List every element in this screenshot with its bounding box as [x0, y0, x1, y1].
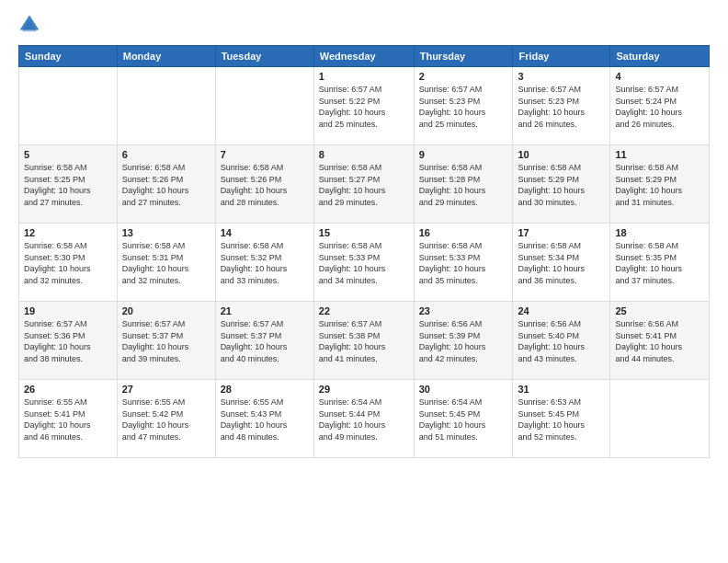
calendar-empty-cell	[19, 67, 118, 145]
calendar-empty-cell	[610, 380, 710, 458]
calendar-day-cell: 6Sunrise: 6:58 AM Sunset: 5:26 PM Daylig…	[117, 145, 215, 224]
day-info: Sunrise: 6:58 AM Sunset: 5:28 PM Dayligh…	[419, 162, 508, 208]
day-number: 12	[24, 227, 112, 238]
day-info: Sunrise: 6:54 AM Sunset: 5:44 PM Dayligh…	[319, 396, 409, 442]
calendar-day-cell: 3Sunrise: 6:57 AM Sunset: 5:23 PM Daylig…	[513, 67, 610, 145]
calendar-empty-cell	[117, 67, 215, 145]
day-number: 26	[24, 384, 112, 395]
day-number: 24	[518, 305, 605, 316]
day-number: 15	[319, 227, 409, 238]
calendar-day-cell: 4Sunrise: 6:57 AM Sunset: 5:24 PM Daylig…	[610, 67, 710, 145]
day-number: 25	[615, 305, 704, 316]
weekday-header-wednesday: Wednesday	[313, 46, 414, 67]
day-number: 19	[24, 305, 112, 316]
day-info: Sunrise: 6:55 AM Sunset: 5:41 PM Dayligh…	[24, 396, 112, 442]
day-info: Sunrise: 6:57 AM Sunset: 5:23 PM Dayligh…	[518, 84, 605, 130]
calendar-day-cell: 7Sunrise: 6:58 AM Sunset: 5:26 PM Daylig…	[215, 145, 313, 224]
day-info: Sunrise: 6:58 AM Sunset: 5:27 PM Dayligh…	[319, 162, 409, 208]
day-number: 21	[221, 305, 309, 316]
day-info: Sunrise: 6:57 AM Sunset: 5:36 PM Dayligh…	[24, 318, 112, 364]
calendar-day-cell: 2Sunrise: 6:57 AM Sunset: 5:23 PM Daylig…	[414, 67, 513, 145]
calendar-day-cell: 25Sunrise: 6:56 AM Sunset: 5:41 PM Dayli…	[610, 302, 710, 380]
calendar-day-cell: 20Sunrise: 6:57 AM Sunset: 5:37 PM Dayli…	[117, 302, 215, 380]
day-number: 23	[419, 305, 508, 316]
calendar-day-cell: 9Sunrise: 6:58 AM Sunset: 5:28 PM Daylig…	[414, 145, 513, 224]
calendar-day-cell: 18Sunrise: 6:58 AM Sunset: 5:35 PM Dayli…	[610, 224, 710, 302]
day-info: Sunrise: 6:55 AM Sunset: 5:43 PM Dayligh…	[221, 396, 309, 442]
day-info: Sunrise: 6:58 AM Sunset: 5:26 PM Dayligh…	[221, 162, 309, 208]
day-number: 16	[419, 227, 508, 238]
calendar-day-cell: 27Sunrise: 6:55 AM Sunset: 5:42 PM Dayli…	[117, 380, 215, 458]
logo-icon	[18, 14, 40, 36]
day-number: 4	[615, 71, 704, 82]
day-info: Sunrise: 6:57 AM Sunset: 5:37 PM Dayligh…	[221, 318, 309, 364]
calendar-empty-cell	[215, 67, 313, 145]
day-info: Sunrise: 6:58 AM Sunset: 5:35 PM Dayligh…	[615, 240, 704, 286]
day-info: Sunrise: 6:58 AM Sunset: 5:30 PM Dayligh…	[24, 240, 112, 286]
day-info: Sunrise: 6:58 AM Sunset: 5:29 PM Dayligh…	[615, 162, 704, 208]
weekday-header-saturday: Saturday	[610, 46, 710, 67]
day-number: 13	[122, 227, 210, 238]
day-number: 20	[122, 305, 210, 316]
calendar-day-cell: 13Sunrise: 6:58 AM Sunset: 5:31 PM Dayli…	[117, 224, 215, 302]
calendar-day-cell: 15Sunrise: 6:58 AM Sunset: 5:33 PM Dayli…	[313, 224, 414, 302]
day-number: 29	[319, 384, 409, 395]
calendar-day-cell: 14Sunrise: 6:58 AM Sunset: 5:32 PM Dayli…	[215, 224, 313, 302]
day-info: Sunrise: 6:53 AM Sunset: 5:45 PM Dayligh…	[518, 396, 605, 442]
page: SundayMondayTuesdayWednesdayThursdayFrid…	[0, 0, 728, 563]
day-info: Sunrise: 6:58 AM Sunset: 5:31 PM Dayligh…	[122, 240, 210, 286]
day-number: 14	[221, 227, 309, 238]
day-number: 17	[518, 227, 605, 238]
calendar-table: SundayMondayTuesdayWednesdayThursdayFrid…	[18, 45, 710, 458]
calendar-day-cell: 19Sunrise: 6:57 AM Sunset: 5:36 PM Dayli…	[19, 302, 118, 380]
calendar-week-row: 12Sunrise: 6:58 AM Sunset: 5:30 PM Dayli…	[19, 224, 710, 302]
day-info: Sunrise: 6:58 AM Sunset: 5:34 PM Dayligh…	[518, 240, 605, 286]
day-number: 28	[221, 384, 309, 395]
calendar-week-row: 5Sunrise: 6:58 AM Sunset: 5:25 PM Daylig…	[19, 145, 710, 224]
day-info: Sunrise: 6:58 AM Sunset: 5:29 PM Dayligh…	[518, 162, 605, 208]
calendar-day-cell: 21Sunrise: 6:57 AM Sunset: 5:37 PM Dayli…	[215, 302, 313, 380]
calendar-day-cell: 29Sunrise: 6:54 AM Sunset: 5:44 PM Dayli…	[313, 380, 414, 458]
day-info: Sunrise: 6:58 AM Sunset: 5:25 PM Dayligh…	[24, 162, 112, 208]
day-number: 8	[319, 149, 409, 160]
day-number: 2	[419, 71, 508, 82]
calendar-day-cell: 28Sunrise: 6:55 AM Sunset: 5:43 PM Dayli…	[215, 380, 313, 458]
day-info: Sunrise: 6:58 AM Sunset: 5:26 PM Dayligh…	[122, 162, 210, 208]
day-number: 30	[419, 384, 508, 395]
calendar-week-row: 26Sunrise: 6:55 AM Sunset: 5:41 PM Dayli…	[19, 380, 710, 458]
calendar-day-cell: 26Sunrise: 6:55 AM Sunset: 5:41 PM Dayli…	[19, 380, 118, 458]
day-info: Sunrise: 6:57 AM Sunset: 5:37 PM Dayligh…	[122, 318, 210, 364]
weekday-header-monday: Monday	[117, 46, 215, 67]
day-number: 11	[615, 149, 704, 160]
day-number: 3	[518, 71, 605, 82]
weekday-header-friday: Friday	[513, 46, 610, 67]
calendar-day-cell: 1Sunrise: 6:57 AM Sunset: 5:22 PM Daylig…	[313, 67, 414, 145]
weekday-header-row: SundayMondayTuesdayWednesdayThursdayFrid…	[19, 46, 710, 67]
weekday-header-thursday: Thursday	[414, 46, 513, 67]
calendar-day-cell: 22Sunrise: 6:57 AM Sunset: 5:38 PM Dayli…	[313, 302, 414, 380]
weekday-header-sunday: Sunday	[19, 46, 118, 67]
day-number: 10	[518, 149, 605, 160]
day-number: 1	[319, 71, 409, 82]
day-info: Sunrise: 6:57 AM Sunset: 5:24 PM Dayligh…	[615, 84, 704, 130]
day-info: Sunrise: 6:57 AM Sunset: 5:38 PM Dayligh…	[319, 318, 409, 364]
day-info: Sunrise: 6:58 AM Sunset: 5:32 PM Dayligh…	[221, 240, 309, 286]
day-number: 9	[419, 149, 508, 160]
day-info: Sunrise: 6:54 AM Sunset: 5:45 PM Dayligh…	[419, 396, 508, 442]
weekday-header-tuesday: Tuesday	[215, 46, 313, 67]
calendar-day-cell: 23Sunrise: 6:56 AM Sunset: 5:39 PM Dayli…	[414, 302, 513, 380]
day-number: 7	[221, 149, 309, 160]
day-number: 22	[319, 305, 409, 316]
calendar-day-cell: 16Sunrise: 6:58 AM Sunset: 5:33 PM Dayli…	[414, 224, 513, 302]
day-info: Sunrise: 6:57 AM Sunset: 5:23 PM Dayligh…	[419, 84, 508, 130]
day-info: Sunrise: 6:58 AM Sunset: 5:33 PM Dayligh…	[319, 240, 409, 286]
day-info: Sunrise: 6:56 AM Sunset: 5:41 PM Dayligh…	[615, 318, 704, 364]
day-info: Sunrise: 6:56 AM Sunset: 5:39 PM Dayligh…	[419, 318, 508, 364]
day-info: Sunrise: 6:55 AM Sunset: 5:42 PM Dayligh…	[122, 396, 210, 442]
calendar-week-row: 19Sunrise: 6:57 AM Sunset: 5:36 PM Dayli…	[19, 302, 710, 380]
day-number: 27	[122, 384, 210, 395]
calendar-day-cell: 30Sunrise: 6:54 AM Sunset: 5:45 PM Dayli…	[414, 380, 513, 458]
day-number: 31	[518, 384, 605, 395]
calendar-day-cell: 24Sunrise: 6:56 AM Sunset: 5:40 PM Dayli…	[513, 302, 610, 380]
day-number: 6	[122, 149, 210, 160]
